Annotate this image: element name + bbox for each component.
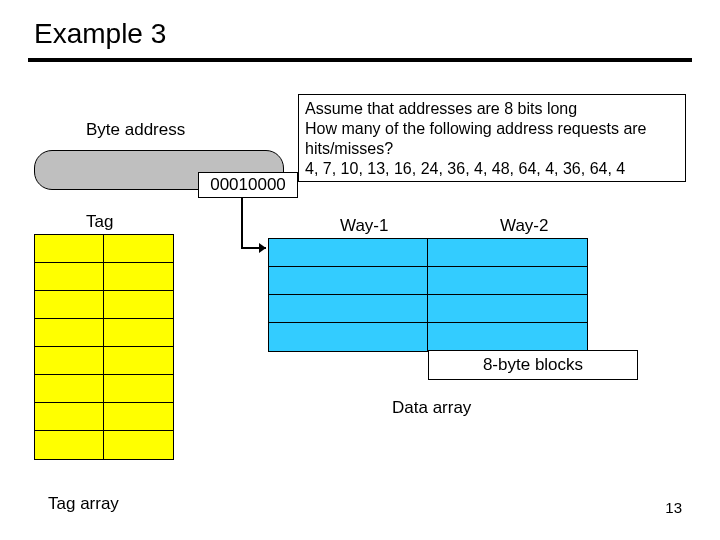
tag-row	[35, 319, 173, 347]
data-table	[268, 238, 588, 352]
tag-row	[35, 375, 173, 403]
tag-array-label: Tag array	[48, 494, 119, 514]
tag-label: Tag	[86, 212, 113, 232]
tag-row	[35, 431, 173, 459]
data-row	[269, 239, 587, 267]
byte-blocks-label: 8-byte blocks	[428, 350, 638, 380]
tag-table	[34, 234, 174, 460]
assume-line-3: 4, 7, 10, 13, 16, 24, 36, 4, 48, 64, 4, …	[305, 159, 679, 179]
data-row	[269, 267, 587, 295]
way-2-label: Way-2	[500, 216, 549, 236]
data-row	[269, 323, 587, 351]
slide-title: Example 3	[0, 0, 720, 58]
data-row	[269, 295, 587, 323]
page-number: 13	[665, 499, 682, 516]
assume-line-2: How many of the following address reques…	[305, 119, 679, 159]
tag-row	[35, 403, 173, 431]
way-1-label: Way-1	[340, 216, 389, 236]
assume-line-1: Assume that addresses are 8 bits long	[305, 99, 679, 119]
data-array-label: Data array	[392, 398, 471, 418]
tag-row	[35, 347, 173, 375]
tag-row	[35, 235, 173, 263]
tag-row	[35, 291, 173, 319]
binary-address: 00010000	[198, 172, 298, 198]
tag-row	[35, 263, 173, 291]
title-rule	[28, 58, 692, 62]
assumption-box: Assume that addresses are 8 bits long Ho…	[298, 94, 686, 182]
byte-address-label: Byte address	[86, 120, 185, 140]
